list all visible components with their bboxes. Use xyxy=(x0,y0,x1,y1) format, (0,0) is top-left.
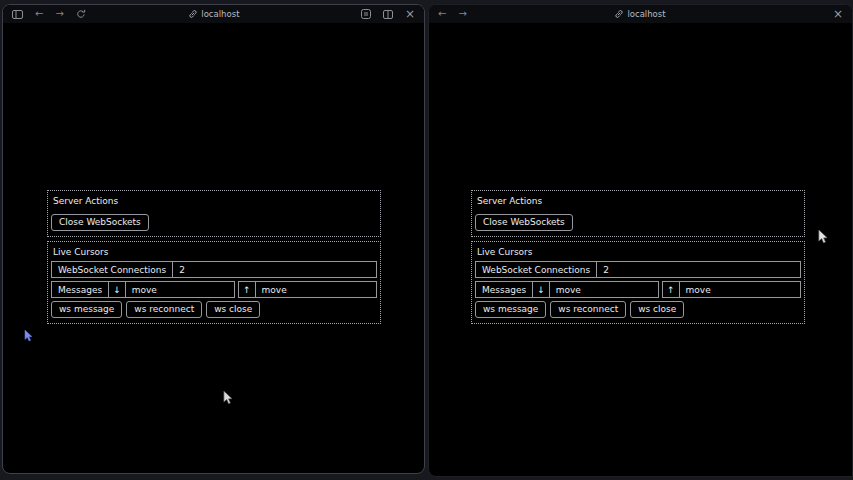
live-cursors-label: Live Cursors xyxy=(475,246,801,261)
connections-status: WebSocket Connections 2 xyxy=(475,261,801,278)
last-received-message: move xyxy=(126,282,234,297)
page-title: localhost xyxy=(627,10,665,19)
ws-close-button[interactable]: ws close xyxy=(206,301,260,318)
close-icon[interactable]: × xyxy=(833,8,843,20)
close-websockets-button[interactable]: Close WebSockets xyxy=(51,214,149,231)
browser-window-right: ← → localhost × Server Actions Close Web… xyxy=(428,4,853,477)
arrow-down-icon: ↓ xyxy=(533,282,550,297)
ws-buttons-row: ws message ws reconnect ws close xyxy=(51,301,377,318)
connections-label: WebSocket Connections xyxy=(476,262,597,277)
ws-close-button[interactable]: ws close xyxy=(630,301,684,318)
close-icon[interactable]: × xyxy=(405,8,415,20)
split-view-icon[interactable] xyxy=(383,10,393,19)
server-actions-label: Server Actions xyxy=(475,195,801,210)
page-content: Server Actions Close WebSockets Live Cur… xyxy=(429,23,852,476)
ws-buttons-row: ws message ws reconnect ws close xyxy=(475,301,801,318)
connections-value: 2 xyxy=(173,262,376,277)
controls-panel: Server Actions Close WebSockets Live Cur… xyxy=(47,190,381,328)
titlebar-left-controls: ← → xyxy=(12,9,86,19)
titlebar: ← → localhost × xyxy=(3,5,424,23)
titlebar-right-controls: × xyxy=(771,8,843,20)
link-icon xyxy=(615,10,623,18)
messages-status-row: Messages ↓ move ↑ move xyxy=(475,281,801,298)
server-actions-label: Server Actions xyxy=(51,195,377,210)
address-display[interactable]: localhost xyxy=(615,10,665,19)
reload-icon[interactable] xyxy=(76,9,86,19)
server-actions-fieldset: Server Actions Close WebSockets xyxy=(471,190,805,237)
outgoing-message-box: ↑ move xyxy=(662,281,801,298)
back-icon[interactable]: ← xyxy=(438,9,446,19)
arrow-up-icon: ↑ xyxy=(663,282,680,297)
sidebar-toggle-icon[interactable] xyxy=(12,10,23,19)
forward-icon[interactable]: → xyxy=(55,9,63,19)
browser-window-left: ← → localhost × Server Actions xyxy=(2,4,425,474)
page-content: Server Actions Close WebSockets Live Cur… xyxy=(3,23,424,473)
last-sent-message: move xyxy=(256,282,376,297)
ws-reconnect-button[interactable]: ws reconnect xyxy=(126,301,202,318)
reader-view-icon[interactable] xyxy=(361,9,371,19)
page-title: localhost xyxy=(201,10,239,19)
server-actions-fieldset: Server Actions Close WebSockets xyxy=(47,190,381,237)
incoming-message-box: Messages ↓ move xyxy=(475,281,659,298)
controls-panel: Server Actions Close WebSockets Live Cur… xyxy=(471,190,805,328)
close-websockets-button[interactable]: Close WebSockets xyxy=(475,214,573,231)
incoming-message-box: Messages ↓ move xyxy=(51,281,235,298)
live-cursors-fieldset: Live Cursors WebSocket Connections 2 Mes… xyxy=(47,241,381,324)
link-icon xyxy=(189,10,197,18)
connections-value: 2 xyxy=(597,262,800,277)
messages-label: Messages xyxy=(476,282,533,297)
back-icon[interactable]: ← xyxy=(35,9,43,19)
titlebar-right-controls: × xyxy=(343,8,415,20)
arrow-up-icon: ↑ xyxy=(239,282,256,297)
titlebar-left-controls: ← → xyxy=(438,9,510,19)
outgoing-message-box: ↑ move xyxy=(238,281,377,298)
connections-status: WebSocket Connections 2 xyxy=(51,261,377,278)
last-sent-message: move xyxy=(680,282,800,297)
address-display[interactable]: localhost xyxy=(189,10,239,19)
arrow-down-icon: ↓ xyxy=(109,282,126,297)
ws-reconnect-button[interactable]: ws reconnect xyxy=(550,301,626,318)
connections-label: WebSocket Connections xyxy=(52,262,173,277)
messages-label: Messages xyxy=(52,282,109,297)
live-cursors-label: Live Cursors xyxy=(51,246,377,261)
forward-icon[interactable]: → xyxy=(458,9,466,19)
messages-status-row: Messages ↓ move ↑ move xyxy=(51,281,377,298)
ws-message-button[interactable]: ws message xyxy=(51,301,122,318)
last-received-message: move xyxy=(550,282,658,297)
titlebar: ← → localhost × xyxy=(429,5,852,23)
live-cursors-fieldset: Live Cursors WebSocket Connections 2 Mes… xyxy=(471,241,805,324)
ws-message-button[interactable]: ws message xyxy=(475,301,546,318)
